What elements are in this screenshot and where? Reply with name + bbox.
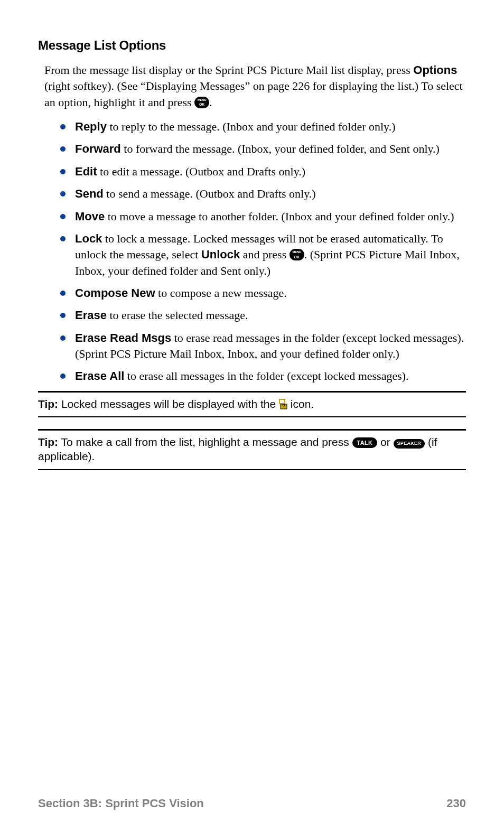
option-desc: and press — [240, 248, 289, 261]
option-desc: to send a message. (Outbox and Drafts on… — [104, 187, 316, 200]
option-term-erase-read: Erase Read Msgs — [75, 331, 171, 344]
list-item: Erase All to erase all messages in the f… — [60, 368, 466, 384]
tip-box-1: Tip: Locked messages will be displayed w… — [38, 391, 466, 417]
tip-gap — [38, 417, 466, 425]
page-heading: Message List Options — [38, 38, 466, 53]
option-term-forward: Forward — [75, 142, 121, 155]
list-item: Forward to forward the message. (Inbox, … — [60, 141, 466, 157]
option-desc: to forward the message. (Inbox, your def… — [121, 142, 440, 155]
option-desc: to reply to the message. (Inbox and your… — [107, 120, 396, 133]
option-term-erase: Erase — [75, 309, 107, 322]
tip-label: Tip: — [38, 436, 58, 448]
intro-paragraph: From the message list display or the Spr… — [44, 62, 466, 110]
svg-rect-0 — [279, 399, 285, 404]
option-term-edit: Edit — [75, 165, 97, 178]
footer-page-number: 230 — [446, 797, 466, 810]
manual-page: Message List Options From the message li… — [0, 0, 504, 840]
tip-body: To make a call from the list, highlight … — [58, 436, 352, 448]
list-item: Lock to lock a message. Locked messages … — [60, 231, 466, 279]
unlock-bold: Unlock — [201, 248, 240, 261]
list-item: Move to move a message to another folder… — [60, 209, 466, 225]
option-term-erase-all: Erase All — [75, 369, 124, 382]
tip-body: Locked messages will be displayed with t… — [58, 398, 279, 410]
list-item: Edit to edit a message. (Outbox and Draf… — [60, 164, 466, 180]
tip-body: or — [377, 436, 393, 448]
tip-box-2: Tip: To make a call from the list, highl… — [38, 429, 466, 470]
option-term-reply: Reply — [75, 120, 107, 133]
option-desc: to erase all messages in the folder (exc… — [124, 369, 408, 382]
options-softkey-label: Options — [413, 63, 457, 77]
intro-period: . — [209, 96, 212, 109]
menu-ok-icon — [194, 97, 209, 108]
option-term-send: Send — [75, 187, 104, 200]
list-item: Erase to erase the selected message. — [60, 307, 466, 323]
option-term-move: Move — [75, 210, 105, 223]
tip-text: Tip: Locked messages will be displayed w… — [38, 397, 466, 411]
tip-label: Tip: — [38, 398, 58, 410]
page-footer: Section 3B: Sprint PCS Vision 230 — [38, 797, 466, 810]
menu-ok-icon — [290, 249, 304, 260]
option-desc: to compose a new message. — [155, 286, 287, 300]
list-item: Send to send a message. (Outbox and Draf… — [60, 186, 466, 202]
intro-text-2: (right softkey). (See “Displaying Messag… — [44, 79, 463, 108]
tip-text: Tip: To make a call from the list, highl… — [38, 435, 466, 464]
option-desc: to move a message to another folder. (In… — [105, 210, 454, 223]
lock-icon — [279, 399, 287, 409]
list-item: Reply to reply to the message. (Inbox an… — [60, 119, 466, 135]
option-desc: to erase the selected message. — [107, 309, 248, 322]
option-term-compose-new: Compose New — [75, 286, 155, 300]
speaker-key-icon: SPEAKER — [394, 439, 425, 449]
talk-key-icon: TALK — [352, 437, 378, 448]
options-list: Reply to reply to the message. (Inbox an… — [60, 119, 466, 385]
intro-text-1: From the message list display or the Spr… — [44, 63, 413, 77]
list-item: Erase Read Msgs to erase read messages i… — [60, 330, 466, 362]
tip-body: icon. — [287, 398, 314, 410]
option-term-lock: Lock — [75, 232, 102, 245]
option-desc: to edit a message. (Outbox and Drafts on… — [97, 165, 305, 178]
footer-section-label: Section 3B: Sprint PCS Vision — [38, 797, 204, 810]
list-item: Compose New to compose a new message. — [60, 285, 466, 301]
